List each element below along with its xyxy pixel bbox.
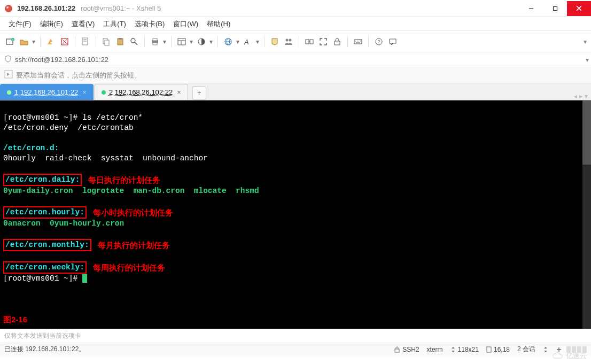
fullscreen-icon[interactable] — [317, 36, 329, 48]
menu-window[interactable]: 窗口(W) — [170, 18, 201, 30]
tab-prev-icon[interactable]: ◂ — [574, 92, 577, 100]
paste-icon[interactable] — [114, 36, 126, 48]
tab-next-icon[interactable]: ▸ — [579, 92, 582, 100]
separator — [368, 36, 369, 48]
svg-rect-36 — [335, 41, 340, 45]
script-icon[interactable] — [269, 36, 281, 48]
status-cursor-pos: 16,18 — [486, 346, 510, 353]
menu-view[interactable]: 查看(V) — [68, 18, 98, 30]
compose-bar[interactable]: 仅将文本发送到当前选项卡 — [0, 329, 591, 343]
transfer-icon[interactable] — [304, 36, 315, 48]
color-scheme-icon[interactable] — [196, 36, 207, 48]
prompt: [root@vms001 ~]# — [3, 274, 82, 283]
tab-label: 1 192.168.26.101:22 — [14, 88, 78, 96]
cursor-icon — [82, 274, 87, 283]
daily-header: /etc/cron.daily: — [5, 175, 80, 184]
svg-text:+: + — [12, 38, 14, 41]
tab-list-icon[interactable]: ▾ — [585, 92, 588, 100]
app-icon — [4, 4, 13, 13]
terminal[interactable]: [root@vms001 ~]# ls /etc/cron* /etc/cron… — [0, 100, 591, 329]
menu-help[interactable]: 帮助(H) — [204, 18, 234, 30]
language-dropdown-icon[interactable]: ▾ — [235, 38, 240, 45]
language-icon[interactable] — [222, 36, 234, 48]
hint-text: 要添加当前会话，点击左侧的箭头按钮。 — [16, 71, 141, 80]
titlebar: 192.168.26.101:22 root@vms001:~ - Xshell… — [0, 0, 591, 17]
svg-rect-47 — [487, 347, 491, 352]
status-sessions: 2 会话 — [517, 345, 535, 354]
print-icon[interactable] — [149, 36, 161, 48]
window-controls — [519, 1, 591, 16]
svg-point-33 — [289, 38, 292, 41]
tab-close-icon[interactable]: × — [177, 88, 181, 96]
terminal-scrollbar[interactable] — [582, 100, 591, 329]
resize-icon — [450, 346, 456, 353]
monthly-header-box: /etc/cron.monthly: — [3, 239, 91, 251]
svg-point-19 — [131, 38, 135, 43]
toolbar-overflow-icon[interactable]: ▾ — [581, 31, 589, 52]
svg-rect-3 — [553, 6, 557, 10]
connection-status-icon — [102, 90, 106, 95]
cron-d-list: 0hourly raid-check sysstat unbound-ancho… — [3, 154, 208, 162]
maximize-button[interactable] — [543, 1, 567, 16]
font-icon[interactable]: A — [242, 36, 254, 48]
hint-arrow-icon[interactable] — [4, 70, 13, 80]
separator — [264, 36, 265, 48]
keyboard-icon[interactable] — [352, 36, 364, 48]
svg-rect-34 — [306, 40, 309, 44]
watermark: 亿速云 — [552, 351, 587, 361]
weekly-annotation: 每周执行的计划任务 — [93, 263, 165, 272]
users-icon[interactable] — [283, 36, 294, 48]
output-line: /etc/cron.deny /etc/crontab — [3, 123, 134, 132]
daily-list: 0yum-daily.cron logrotate man-db.cron ml… — [3, 187, 259, 195]
menu-edit[interactable]: 编辑(E) — [37, 18, 66, 30]
chat-icon[interactable] — [387, 36, 399, 48]
svg-text:A: A — [244, 38, 249, 46]
monthly-annotation: 每月执行的计划任务 — [98, 241, 170, 250]
status-sessions-nav[interactable] — [543, 346, 548, 353]
address-dropdown-icon[interactable]: ▾ — [586, 56, 589, 64]
minimize-button[interactable] — [519, 1, 543, 16]
status-size: 118x21 — [450, 346, 479, 353]
address-shield-icon — [4, 55, 12, 64]
compose-placeholder: 仅将文本发送到当前选项卡 — [4, 331, 81, 340]
tab-close-icon[interactable]: × — [82, 88, 87, 96]
new-tab-button[interactable]: + — [192, 86, 206, 100]
cron-d-header: /etc/cron.d: — [3, 144, 59, 152]
addressbar[interactable]: ssh://root@192.168.26.101:22 ▾ — [0, 52, 591, 67]
svg-point-32 — [286, 38, 289, 41]
svg-line-20 — [135, 42, 137, 45]
lock-icon[interactable] — [331, 36, 343, 48]
scrollbar-thumb[interactable] — [582, 100, 591, 165]
print-dropdown-icon[interactable]: ▾ — [162, 38, 167, 45]
layout-icon[interactable] — [176, 36, 188, 48]
session-tab-1[interactable]: 1 192.168.26.101:22 × — [0, 84, 94, 100]
hourly-list: 0anacron 0yum-hourly.cron — [3, 219, 124, 228]
menu-tab[interactable]: 选项卡(B) — [131, 18, 168, 30]
menubar: 文件(F) 编辑(E) 查看(V) 工具(T) 选项卡(B) 窗口(W) 帮助(… — [0, 17, 591, 31]
separator — [171, 36, 172, 48]
help-icon[interactable]: ? — [373, 36, 385, 48]
separator — [40, 36, 41, 48]
separator — [347, 36, 348, 48]
menu-file[interactable]: 文件(F) — [5, 18, 35, 30]
session-tab-2[interactable]: 2 192.168.26.102:22 × — [95, 84, 188, 100]
find-icon[interactable] — [128, 36, 140, 48]
disconnect-icon[interactable] — [59, 36, 71, 48]
hourly-annotation: 每小时执行的计划任务 — [93, 208, 173, 217]
open-dropdown-icon[interactable]: ▾ — [31, 38, 36, 45]
hourly-header: /etc/cron.hourly: — [5, 208, 84, 216]
cloud-icon — [552, 352, 564, 360]
reconnect-icon[interactable] — [45, 36, 57, 48]
close-button[interactable] — [567, 1, 591, 16]
layout-dropdown-icon[interactable]: ▾ — [189, 38, 193, 45]
open-session-icon[interactable] — [18, 36, 30, 48]
color-dropdown-icon[interactable]: ▾ — [208, 38, 213, 45]
title-ip: 192.168.26.101:22 — [17, 4, 75, 12]
properties-icon[interactable] — [80, 36, 91, 48]
hourly-header-box: /etc/cron.hourly: — [3, 206, 87, 219]
watermark-text: 亿速云 — [566, 351, 587, 361]
new-session-icon[interactable]: + — [4, 36, 16, 48]
copy-icon[interactable] — [100, 36, 112, 48]
font-dropdown-icon[interactable]: ▾ — [255, 38, 260, 45]
menu-tools[interactable]: 工具(T) — [100, 18, 129, 30]
